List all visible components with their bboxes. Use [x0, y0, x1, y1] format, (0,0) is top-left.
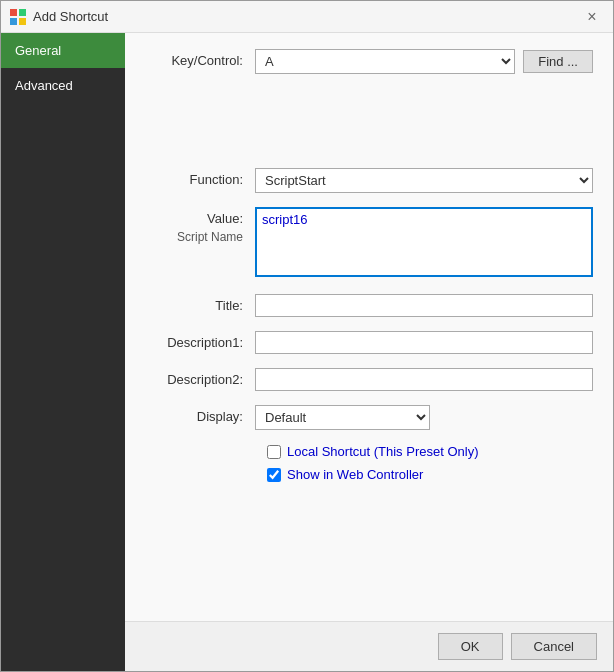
key-control-field: A Find ...: [255, 49, 593, 74]
function-field: ScriptStart: [255, 168, 593, 193]
title-row: Title:: [145, 294, 593, 317]
value-row: Value: Script Name script16: [145, 207, 593, 280]
footer: OK Cancel: [125, 621, 613, 671]
local-shortcut-row: Local Shortcut (This Preset Only): [267, 444, 593, 459]
add-shortcut-window: Add Shortcut × General Advanced Key/Cont…: [0, 0, 614, 672]
svg-rect-2: [10, 18, 17, 25]
desc2-label: Description2:: [145, 368, 255, 387]
local-shortcut-checkbox[interactable]: [267, 445, 281, 459]
desc1-row: Description1:: [145, 331, 593, 354]
key-select[interactable]: A: [255, 49, 515, 74]
key-control-label: Key/Control:: [145, 49, 255, 68]
display-select[interactable]: Default: [255, 405, 430, 430]
key-control-row: Key/Control: A Find ...: [145, 49, 593, 74]
title-label: Title:: [145, 294, 255, 313]
function-select[interactable]: ScriptStart: [255, 168, 593, 193]
web-controller-row: Show in Web Controller: [267, 467, 593, 482]
function-label: Function:: [145, 168, 255, 187]
svg-rect-3: [19, 18, 26, 25]
sidebar-item-advanced[interactable]: Advanced: [1, 68, 125, 103]
display-label: Display:: [145, 405, 255, 424]
cancel-button[interactable]: Cancel: [511, 633, 597, 660]
script-name-label: Script Name: [177, 230, 243, 244]
web-controller-label[interactable]: Show in Web Controller: [287, 467, 423, 482]
sidebar: General Advanced: [1, 33, 125, 671]
close-button[interactable]: ×: [579, 4, 605, 30]
web-controller-checkbox[interactable]: [267, 468, 281, 482]
svg-rect-1: [19, 9, 26, 16]
content-area: General Advanced Key/Control: A Find ...: [1, 33, 613, 671]
title-field: [255, 294, 593, 317]
window-title: Add Shortcut: [33, 9, 573, 24]
value-label: Value:: [207, 211, 243, 226]
desc2-input[interactable]: [255, 368, 593, 391]
main-panel: Key/Control: A Find ... Function:: [125, 33, 613, 671]
display-row: Display: Default: [145, 405, 593, 430]
value-textarea[interactable]: script16: [255, 207, 593, 277]
spacer1: [145, 88, 593, 168]
form-area: Key/Control: A Find ... Function:: [125, 33, 613, 621]
function-row: Function: ScriptStart: [145, 168, 593, 193]
title-bar: Add Shortcut ×: [1, 1, 613, 33]
ok-button[interactable]: OK: [438, 633, 503, 660]
local-shortcut-label[interactable]: Local Shortcut (This Preset Only): [287, 444, 478, 459]
app-icon: [9, 8, 27, 26]
desc2-field: [255, 368, 593, 391]
title-input[interactable]: [255, 294, 593, 317]
desc1-label: Description1:: [145, 331, 255, 350]
sidebar-item-general[interactable]: General: [1, 33, 125, 68]
display-field: Default: [255, 405, 593, 430]
find-button[interactable]: Find ...: [523, 50, 593, 73]
desc1-input[interactable]: [255, 331, 593, 354]
value-field: script16: [255, 207, 593, 280]
svg-rect-0: [10, 9, 17, 16]
desc1-field: [255, 331, 593, 354]
desc2-row: Description2:: [145, 368, 593, 391]
